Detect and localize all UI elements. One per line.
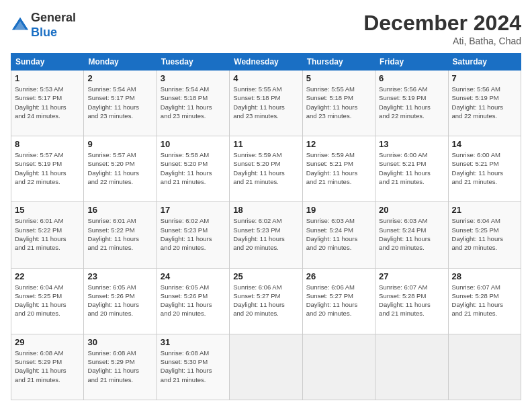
day-info: Sunrise: 5:55 AMSunset: 5:18 PMDaylight:… xyxy=(233,85,298,120)
day-info: Sunrise: 6:07 AMSunset: 5:28 PMDaylight:… xyxy=(452,283,517,318)
table-cell: 7 Sunrise: 5:56 AMSunset: 5:19 PMDayligh… xyxy=(448,71,521,136)
table-cell: 8 Sunrise: 5:57 AMSunset: 5:19 PMDayligh… xyxy=(11,136,84,202)
day-number: 19 xyxy=(306,205,371,215)
table-cell: 11 Sunrise: 5:59 AMSunset: 5:20 PMDaylig… xyxy=(230,136,302,202)
table-cell: 10 Sunrise: 5:58 AMSunset: 5:20 PMDaylig… xyxy=(157,136,229,202)
day-info: Sunrise: 6:02 AMSunset: 5:23 PMDaylight:… xyxy=(233,216,298,252)
logo-general: General xyxy=(31,11,76,24)
table-cell: 2 Sunrise: 5:54 AMSunset: 5:17 PMDayligh… xyxy=(84,71,157,136)
day-number: 25 xyxy=(233,271,298,281)
day-number: 24 xyxy=(161,271,226,281)
day-info: Sunrise: 6:05 AMSunset: 5:26 PMDaylight:… xyxy=(87,283,152,318)
day-info: Sunrise: 6:01 AMSunset: 5:22 PMDaylight:… xyxy=(15,216,80,252)
table-cell: 22 Sunrise: 6:04 AMSunset: 5:25 PMDaylig… xyxy=(11,268,84,334)
table-cell: 20 Sunrise: 6:03 AMSunset: 5:24 PMDaylig… xyxy=(375,202,448,268)
day-info: Sunrise: 5:54 AMSunset: 5:17 PMDaylight:… xyxy=(87,85,152,120)
day-info: Sunrise: 6:00 AMSunset: 5:21 PMDaylight:… xyxy=(452,150,517,186)
table-cell: 26 Sunrise: 6:06 AMSunset: 5:27 PMDaylig… xyxy=(302,268,375,334)
day-number: 11 xyxy=(233,139,298,149)
day-info: Sunrise: 5:59 AMSunset: 5:20 PMDaylight:… xyxy=(233,150,298,186)
empty-cell xyxy=(302,334,375,400)
day-info: Sunrise: 5:58 AMSunset: 5:20 PMDaylight:… xyxy=(161,150,226,186)
day-number: 7 xyxy=(452,73,517,83)
table-row: 29 Sunrise: 6:08 AMSunset: 5:29 PMDaylig… xyxy=(11,334,521,400)
day-number: 2 xyxy=(87,73,152,83)
day-number: 8 xyxy=(15,139,80,149)
table-cell: 16 Sunrise: 6:01 AMSunset: 5:22 PMDaylig… xyxy=(84,202,157,268)
day-number: 9 xyxy=(87,139,152,149)
day-number: 31 xyxy=(161,337,226,347)
day-number: 16 xyxy=(87,205,152,215)
empty-cell xyxy=(230,334,302,400)
day-info: Sunrise: 6:01 AMSunset: 5:22 PMDaylight:… xyxy=(87,216,152,252)
day-number: 4 xyxy=(233,73,298,83)
day-info: Sunrise: 5:59 AMSunset: 5:21 PMDaylight:… xyxy=(306,150,371,186)
table-cell: 19 Sunrise: 6:03 AMSunset: 5:24 PMDaylig… xyxy=(302,202,375,268)
day-number: 22 xyxy=(15,271,80,281)
table-cell: 25 Sunrise: 6:06 AMSunset: 5:27 PMDaylig… xyxy=(230,268,302,334)
table-row: 1 Sunrise: 5:53 AMSunset: 5:17 PMDayligh… xyxy=(11,71,521,136)
day-info: Sunrise: 6:02 AMSunset: 5:23 PMDaylight:… xyxy=(161,216,226,252)
title-block: December 2024 Ati, Batha, Chad xyxy=(363,11,521,46)
table-cell: 27 Sunrise: 6:07 AMSunset: 5:28 PMDaylig… xyxy=(375,268,448,334)
day-number: 26 xyxy=(306,271,371,281)
calendar-header-row: Sunday Monday Tuesday Wednesday Thursday… xyxy=(11,54,521,71)
col-tuesday: Tuesday xyxy=(157,54,229,71)
table-cell: 1 Sunrise: 5:53 AMSunset: 5:17 PMDayligh… xyxy=(11,71,84,136)
month-title: December 2024 xyxy=(363,11,521,36)
day-info: Sunrise: 6:06 AMSunset: 5:27 PMDaylight:… xyxy=(233,283,298,318)
day-number: 6 xyxy=(379,73,444,83)
day-number: 18 xyxy=(233,205,298,215)
day-number: 15 xyxy=(15,205,80,215)
day-info: Sunrise: 6:08 AMSunset: 5:29 PMDaylight:… xyxy=(87,349,152,384)
logo-text: General Blue xyxy=(31,11,76,40)
table-cell: 13 Sunrise: 6:00 AMSunset: 5:21 PMDaylig… xyxy=(375,136,448,202)
day-info: Sunrise: 5:56 AMSunset: 5:19 PMDaylight:… xyxy=(379,85,444,120)
table-cell: 9 Sunrise: 5:57 AMSunset: 5:20 PMDayligh… xyxy=(84,136,157,202)
day-number: 10 xyxy=(161,139,226,149)
empty-cell xyxy=(375,334,448,400)
col-thursday: Thursday xyxy=(302,54,375,71)
logo-icon xyxy=(11,16,30,35)
table-row: 8 Sunrise: 5:57 AMSunset: 5:19 PMDayligh… xyxy=(11,136,521,202)
table-cell: 17 Sunrise: 6:02 AMSunset: 5:23 PMDaylig… xyxy=(157,202,229,268)
day-number: 1 xyxy=(15,73,80,83)
table-cell: 15 Sunrise: 6:01 AMSunset: 5:22 PMDaylig… xyxy=(11,202,84,268)
col-friday: Friday xyxy=(375,54,448,71)
table-row: 15 Sunrise: 6:01 AMSunset: 5:22 PMDaylig… xyxy=(11,202,521,268)
day-number: 3 xyxy=(161,73,226,83)
day-number: 5 xyxy=(306,73,371,83)
table-cell: 29 Sunrise: 6:08 AMSunset: 5:29 PMDaylig… xyxy=(11,334,84,400)
day-info: Sunrise: 6:08 AMSunset: 5:30 PMDaylight:… xyxy=(161,349,226,384)
day-info: Sunrise: 5:53 AMSunset: 5:17 PMDaylight:… xyxy=(15,85,80,120)
day-info: Sunrise: 6:05 AMSunset: 5:26 PMDaylight:… xyxy=(161,283,226,318)
table-cell: 24 Sunrise: 6:05 AMSunset: 5:26 PMDaylig… xyxy=(157,268,229,334)
day-number: 20 xyxy=(379,205,444,215)
day-number: 12 xyxy=(306,139,371,149)
day-info: Sunrise: 5:57 AMSunset: 5:19 PMDaylight:… xyxy=(15,150,80,186)
col-wednesday: Wednesday xyxy=(230,54,302,71)
day-info: Sunrise: 6:04 AMSunset: 5:25 PMDaylight:… xyxy=(15,283,80,318)
table-cell: 23 Sunrise: 6:05 AMSunset: 5:26 PMDaylig… xyxy=(84,268,157,334)
page: General Blue December 2024 Ati, Batha, C… xyxy=(0,0,532,411)
logo: General Blue xyxy=(11,11,76,40)
table-cell: 18 Sunrise: 6:02 AMSunset: 5:23 PMDaylig… xyxy=(230,202,302,268)
table-cell: 14 Sunrise: 6:00 AMSunset: 5:21 PMDaylig… xyxy=(448,136,521,202)
day-number: 29 xyxy=(15,337,80,347)
day-info: Sunrise: 5:54 AMSunset: 5:18 PMDaylight:… xyxy=(161,85,226,120)
day-info: Sunrise: 6:07 AMSunset: 5:28 PMDaylight:… xyxy=(379,283,444,318)
col-monday: Monday xyxy=(84,54,157,71)
header: General Blue December 2024 Ati, Batha, C… xyxy=(11,11,521,46)
day-info: Sunrise: 6:08 AMSunset: 5:29 PMDaylight:… xyxy=(15,349,80,384)
day-number: 23 xyxy=(87,271,152,281)
day-info: Sunrise: 6:06 AMSunset: 5:27 PMDaylight:… xyxy=(306,283,371,318)
table-cell: 30 Sunrise: 6:08 AMSunset: 5:29 PMDaylig… xyxy=(84,334,157,400)
day-number: 30 xyxy=(87,337,152,347)
location: Ati, Batha, Chad xyxy=(363,36,521,46)
col-sunday: Sunday xyxy=(11,54,84,71)
day-number: 13 xyxy=(379,139,444,149)
day-info: Sunrise: 5:57 AMSunset: 5:20 PMDaylight:… xyxy=(87,150,152,186)
table-cell: 31 Sunrise: 6:08 AMSunset: 5:30 PMDaylig… xyxy=(157,334,229,400)
table-cell: 5 Sunrise: 5:55 AMSunset: 5:18 PMDayligh… xyxy=(302,71,375,136)
table-cell: 3 Sunrise: 5:54 AMSunset: 5:18 PMDayligh… xyxy=(157,71,229,136)
